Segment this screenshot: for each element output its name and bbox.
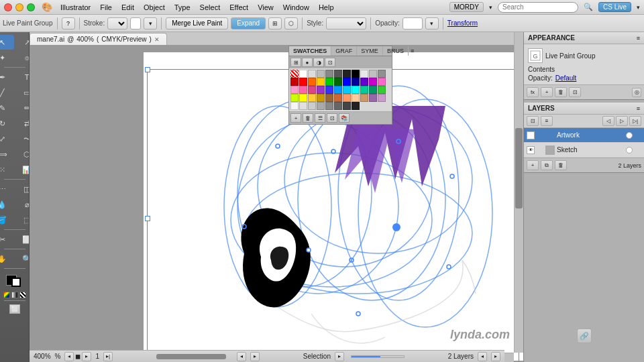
rotate-tool[interactable]: ↻ bbox=[0, 116, 14, 131]
merge-live-paint-button[interactable]: Merge Live Paint bbox=[166, 17, 228, 29]
layer-artwork-lock[interactable] bbox=[537, 132, 543, 139]
document-tab[interactable]: mane7.ai @ 400% ( CMYK/Preview ) ✕ bbox=[30, 33, 167, 45]
new-swatch-button[interactable]: + bbox=[290, 113, 301, 123]
symbol-sprayer-tool[interactable]: ⁙ bbox=[0, 162, 14, 177]
line-tool[interactable]: ╱ bbox=[0, 85, 14, 100]
column-graph-tool[interactable]: 📊 bbox=[15, 162, 30, 177]
free-transform-tool[interactable]: ⬡ bbox=[15, 147, 30, 162]
menu-object[interactable]: Object bbox=[140, 3, 169, 11]
stroke-swatch-box[interactable] bbox=[130, 17, 141, 29]
swatch-menu-button[interactable]: ☰ bbox=[315, 113, 325, 123]
stroke-arrow-icon[interactable]: ▾ bbox=[144, 17, 157, 29]
scale-tool[interactable]: ⤢ bbox=[0, 131, 14, 146]
swatch-gray5[interactable] bbox=[317, 102, 325, 110]
last-artboard-button[interactable]: ▸| bbox=[103, 352, 113, 361]
layers-extra1[interactable]: ◁ bbox=[602, 116, 614, 126]
new-layer-button[interactable]: + bbox=[527, 160, 539, 170]
pencil-tool[interactable]: ✏ bbox=[15, 101, 30, 115]
swatch-rose[interactable] bbox=[308, 86, 316, 94]
appearance-target-icon[interactable]: ◎ bbox=[632, 88, 641, 97]
swatch-dark-gold[interactable] bbox=[317, 94, 325, 102]
menu-view[interactable]: View bbox=[254, 3, 278, 11]
duplicate-layer-button[interactable]: ⧉ bbox=[541, 160, 553, 170]
layers-extra3[interactable]: ▷| bbox=[629, 116, 641, 126]
vertical-scroll-thumb[interactable] bbox=[515, 128, 523, 208]
menu-illustrator[interactable]: Illustrator bbox=[56, 3, 95, 11]
help-button[interactable]: ? bbox=[62, 17, 75, 29]
live-paint-bucket-tool[interactable]: 🪣 bbox=[0, 213, 14, 227]
opacity-value-link[interactable]: Default bbox=[555, 74, 577, 82]
expand-button[interactable]: Expand bbox=[231, 17, 266, 29]
layers-menu-icon[interactable]: ≡ bbox=[637, 105, 640, 112]
layer-sketch[interactable]: 👁 Sketch bbox=[524, 143, 644, 158]
layers-panel-header[interactable]: LAYERS ≡ bbox=[524, 103, 644, 115]
appearance-panel-header[interactable]: APPEARANCE ≡ bbox=[524, 32, 644, 44]
swatch-silver[interactable] bbox=[369, 70, 377, 78]
prev-artboard-button[interactable]: ◂ bbox=[64, 352, 74, 361]
swatch-pink[interactable] bbox=[378, 78, 386, 86]
swatch-gray4[interactable] bbox=[308, 102, 316, 110]
menu-edit[interactable]: Edit bbox=[117, 3, 138, 11]
swatch-purple[interactable] bbox=[360, 78, 368, 86]
swatch-light-gray2[interactable] bbox=[317, 70, 325, 78]
layer-artwork-eye[interactable]: 👁 bbox=[527, 131, 535, 139]
swatch-yellow-green[interactable] bbox=[290, 94, 299, 102]
horizontal-scroll-thumb[interactable] bbox=[156, 354, 226, 359]
rect-tool[interactable]: ▭ bbox=[15, 85, 30, 100]
swatch-hot-pink[interactable] bbox=[299, 86, 307, 94]
menu-effect[interactable]: Effect bbox=[225, 3, 252, 11]
blend-tool[interactable]: ⌀ bbox=[15, 197, 30, 212]
swatch-violet[interactable] bbox=[317, 86, 325, 94]
live-paint-selection-tool[interactable]: ⬚ bbox=[15, 213, 30, 227]
mesh-tool[interactable]: ⋯ bbox=[0, 182, 14, 196]
clear-appearance-button[interactable]: 🗑 bbox=[555, 87, 567, 97]
magic-wand-tool[interactable]: ✦ bbox=[0, 50, 14, 65]
search-input[interactable] bbox=[498, 2, 578, 13]
layer-sketch-lock[interactable] bbox=[537, 147, 543, 154]
swatch-darkest[interactable] bbox=[343, 70, 351, 78]
vertical-scrollbar[interactable] bbox=[514, 32, 523, 353]
scissors-tool[interactable]: ✂ bbox=[0, 232, 14, 247]
fx-button[interactable]: fx bbox=[527, 87, 539, 97]
none-mode-button[interactable] bbox=[19, 292, 26, 298]
appearance-options[interactable]: ⊡ bbox=[569, 87, 581, 97]
swatch-dark-green[interactable] bbox=[334, 78, 342, 86]
stroke-dropdown[interactable] bbox=[107, 17, 127, 29]
layer-options-button[interactable]: ≡ bbox=[541, 116, 553, 126]
layer-sketch-target[interactable] bbox=[626, 147, 633, 154]
layer-sketch-eye[interactable]: 👁 bbox=[527, 146, 535, 154]
show-color-option[interactable]: ● bbox=[302, 58, 313, 67]
swatch-dark-blue[interactable] bbox=[352, 78, 360, 86]
minimize-button[interactable] bbox=[15, 3, 23, 11]
delete-swatch-button[interactable]: 🗑 bbox=[303, 113, 313, 123]
tab-close-button[interactable]: ✕ bbox=[154, 36, 160, 43]
swatch-peach[interactable] bbox=[343, 94, 351, 102]
tab-swatches[interactable]: SWATCHES bbox=[289, 46, 331, 56]
width-tool[interactable]: ⟺ bbox=[0, 147, 14, 162]
swatch-mid-gray[interactable] bbox=[325, 70, 333, 78]
swatch-gray6[interactable] bbox=[325, 102, 333, 110]
swatch-sky-blue[interactable] bbox=[334, 86, 342, 94]
locate-object-button[interactable]: ⊡ bbox=[527, 116, 539, 126]
menu-type[interactable]: Type bbox=[170, 3, 195, 11]
swatch-green[interactable] bbox=[325, 78, 333, 86]
show-gradient-option[interactable]: ◑ bbox=[313, 58, 324, 67]
swatch-gray8[interactable] bbox=[343, 102, 351, 110]
swatch-dark-red[interactable] bbox=[290, 78, 299, 86]
screen-mode-button[interactable]: ⬜ bbox=[9, 304, 20, 314]
type-tool[interactable]: T bbox=[15, 70, 30, 84]
zoom-tool[interactable]: 🔍 bbox=[15, 251, 30, 266]
swatch-brown[interactable] bbox=[325, 94, 333, 102]
swatch-off-white[interactable] bbox=[360, 70, 368, 78]
swatch-yellow[interactable] bbox=[317, 78, 325, 86]
lasso-tool[interactable]: ⌾ bbox=[15, 50, 30, 65]
hand-tool[interactable]: ✋ bbox=[0, 251, 14, 266]
user-button[interactable]: MORDY bbox=[449, 2, 484, 12]
swatch-white[interactable] bbox=[299, 70, 307, 78]
show-all-option[interactable]: ⊞ bbox=[290, 58, 301, 67]
menu-select[interactable]: Select bbox=[196, 3, 225, 11]
menu-help[interactable]: Help bbox=[315, 3, 338, 11]
swatch-orange[interactable] bbox=[308, 78, 316, 86]
horizontal-scrollbar[interactable]: 400% % ◂ ◼ ▸ 1 ▸| ◂ ▸ Selection ▸ 2 Laye… bbox=[30, 353, 514, 362]
layer-artwork-target[interactable] bbox=[626, 132, 633, 139]
